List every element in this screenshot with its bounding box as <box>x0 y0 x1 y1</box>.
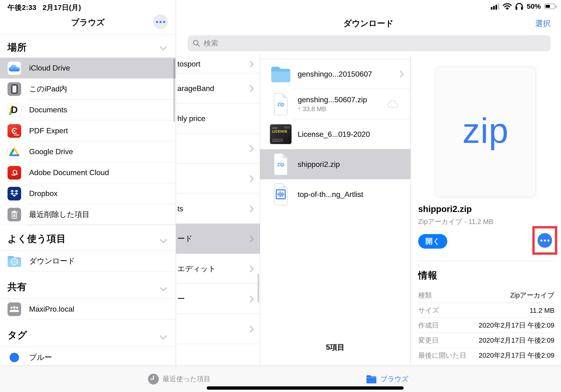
chevron-right-icon <box>250 145 254 152</box>
documents-app-icon: D <box>8 103 21 117</box>
cellular-signal-icon <box>491 3 499 10</box>
pdf-expert-icon: PDF <box>8 124 21 138</box>
sidebar-item-documents[interactable]: D Documents <box>0 99 176 120</box>
chevron-right-icon <box>250 205 254 212</box>
sidebar-item-this-ipad[interactable]: このiPad内 <box>0 78 176 99</box>
open-button[interactable]: 開く <box>418 234 447 249</box>
icloud-download-icon[interactable] <box>387 100 399 109</box>
sidebar-more-button[interactable] <box>153 15 168 29</box>
waveform-icon <box>276 189 286 199</box>
info-row-created: 作成日 2020年2月17日 午後2:09 <box>418 318 554 333</box>
shared-people-icon <box>8 303 21 316</box>
more-actions-button[interactable] <box>538 233 552 248</box>
chevron-down-icon <box>160 46 167 51</box>
file-row-zip-cloud[interactable]: zip genshing...50607.zip ↑ 33.8 MB <box>260 89 410 119</box>
files-app: 午後2:332月17日(月) 50% ブラウズ 場所 <box>0 0 561 392</box>
trash-icon <box>8 208 21 221</box>
chevron-right-icon <box>250 296 254 303</box>
home-indicator[interactable] <box>207 386 404 390</box>
dropbox-icon <box>8 187 21 200</box>
section-header-locations[interactable]: 場所 <box>0 35 176 58</box>
page-title: ダウンロード <box>176 18 561 29</box>
sidebar-item-icloud-drive[interactable]: iCloud Drive <box>0 58 176 78</box>
select-button[interactable]: 選択 <box>535 18 551 29</box>
google-drive-icon <box>8 145 21 159</box>
chevron-right-icon <box>250 266 254 272</box>
sidebar-item-recently-deleted[interactable]: 最近削除した項目 <box>0 204 176 225</box>
info-row-kind: 種類 Zipアーカイブ <box>418 288 554 303</box>
chevron-right-icon <box>250 85 254 92</box>
column-downloads-files: genshingo...20150607 zip genshing...5060… <box>260 54 411 366</box>
sidebar-item-tag-blue[interactable]: ブルー <box>0 347 176 368</box>
folder-row[interactable] <box>176 133 260 163</box>
adobe-document-cloud-icon <box>8 166 21 180</box>
audio-file-icon <box>274 183 288 205</box>
downloads-folder-icon: ↓ <box>8 254 21 268</box>
section-header-favorites[interactable]: よく使う項目 <box>0 225 176 250</box>
file-row-folder[interactable]: genshingo...20150607 <box>260 59 410 89</box>
folder-row-selected-downloads[interactable]: ード <box>176 224 260 254</box>
status-date: 2月17日(月) <box>43 3 81 11</box>
license-image-thumbnail: artist LICENSE <box>270 124 291 144</box>
status-time-date: 午後2:332月17日(月) <box>8 3 81 12</box>
blue-tag-icon <box>8 351 21 364</box>
red-annotation-box <box>532 226 557 255</box>
folder-row[interactable] <box>176 163 260 194</box>
section-header-tags[interactable]: タグ <box>0 320 176 347</box>
folder-icon <box>270 65 291 83</box>
sidebar-item-dropbox[interactable]: Dropbox <box>0 183 176 204</box>
column-parent-folder: tosport arageBand hly price ts ード エディット <box>176 54 260 366</box>
chevron-right-icon <box>250 236 254 242</box>
info-table: 種類 Zipアーカイブ サイズ 11.2 MB 作成日 2020年2月17日 午… <box>418 288 554 363</box>
ellipsis-icon <box>156 21 158 23</box>
preview-pane: zip shippori2.zip Zipアーカイブ - 11.2 MB 開く … <box>411 54 561 366</box>
zip-file-icon: zip <box>274 153 288 175</box>
battery-icon <box>544 3 555 9</box>
download-arrow-icon: ↓ <box>11 258 18 265</box>
info-row-last-opened: 最後に開いた日 2020年2月17日 午後2:09 <box>418 348 554 363</box>
search-bar[interactable] <box>188 35 551 51</box>
info-row-size: サイズ 11.2 MB <box>418 303 554 318</box>
chevron-right-icon <box>250 326 254 333</box>
icloud-drive-icon <box>8 61 21 75</box>
folder-row[interactable]: エディット <box>176 254 260 284</box>
preview-file-meta: Zipアーカイブ - 11.2 MB <box>418 217 493 227</box>
file-row-audio[interactable]: top-of-th...ng_Artlist <box>260 179 410 209</box>
headphones-icon <box>515 3 523 10</box>
ellipsis-icon <box>540 240 542 242</box>
clock-icon <box>148 374 159 384</box>
zip-preview-thumbnail: zip <box>435 66 536 197</box>
file-row-license[interactable]: artist LICENSE License_6...019-2020 <box>260 119 410 149</box>
chevron-right-icon <box>250 175 254 182</box>
battery-percent: 50% <box>527 2 541 10</box>
chevron-down-icon <box>160 287 167 291</box>
folder-row[interactable]: hly price <box>176 103 260 133</box>
divider <box>418 261 554 261</box>
section-header-shared[interactable]: 共有 <box>0 272 176 298</box>
sidebar-scrollbar[interactable] <box>173 59 175 122</box>
column-scrollbar[interactable] <box>258 274 259 303</box>
folder-row[interactable]: arageBand <box>176 73 260 103</box>
file-size: ↑ 33.8 MB <box>298 106 367 113</box>
sidebar-item-downloads[interactable]: ↓ ダウンロード <box>0 250 176 272</box>
browse-folder-icon <box>366 375 377 383</box>
tab-recents[interactable]: 最近使った項目 <box>148 366 210 392</box>
search-input[interactable] <box>204 35 551 51</box>
folder-row[interactable]: ts <box>176 194 260 224</box>
folder-row[interactable]: tosport <box>176 54 260 73</box>
sidebar-item-adobe-document-cloud[interactable]: Adobe Document Cloud <box>0 162 176 183</box>
ipad-icon <box>8 82 21 96</box>
file-row-shippori2-zip-selected[interactable]: zip shippori2.zip <box>260 149 410 179</box>
info-row-modified: 変更日 2020年2月17日 午後2:09 <box>418 333 554 348</box>
info-section-title: 情報 <box>418 269 437 282</box>
sidebar-item-google-drive[interactable]: Google Drive <box>0 141 176 162</box>
status-time: 午後2:33 <box>8 3 36 11</box>
preview-filename: shippori2.zip <box>418 204 472 214</box>
search-icon <box>192 39 200 47</box>
folder-row[interactable] <box>176 314 260 344</box>
sidebar-item-maxipro-local[interactable]: MaxiPro.local <box>0 298 176 320</box>
sidebar: ブラウズ 場所 iCloud Drive このiPad内 <box>0 0 176 392</box>
sidebar-item-pdf-expert[interactable]: PDF PDF Expert <box>0 120 176 141</box>
folder-row[interactable]: ー <box>176 284 260 314</box>
section-label: 場所 <box>8 41 27 54</box>
